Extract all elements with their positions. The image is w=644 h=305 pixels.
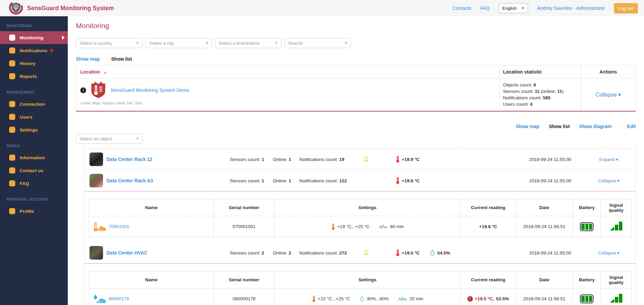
sensor-serial: 070001001 bbox=[214, 216, 275, 237]
brand-title: SensGuard Monitoring System bbox=[27, 5, 114, 12]
battery-icon bbox=[580, 222, 593, 231]
object-row-rack-a3: Data Center Rack A3 Sensors count: 1 Onl… bbox=[85, 170, 636, 191]
location-name-link[interactable]: SensGuard Monitoring System Demo bbox=[110, 87, 189, 93]
sidebar-item-monitoring[interactable]: Monitoring bbox=[0, 31, 68, 44]
show-map-link[interactable]: Show map bbox=[76, 56, 100, 62]
settings-icon bbox=[9, 127, 15, 133]
app-header: SensGuard Monitoring System Contacts FAQ… bbox=[0, 0, 644, 16]
object-collapse-link[interactable]: Collapse ▾ bbox=[587, 250, 631, 256]
sidebar-item-contact-us[interactable]: Contact us bbox=[0, 164, 68, 177]
col-battery: Battery bbox=[573, 271, 601, 288]
history-icon bbox=[9, 60, 15, 66]
location-address: Latvia, Riga, Ropazu street 140, Test bbox=[80, 101, 495, 105]
sidebar-item-notifications[interactable]: Notifications ✱ bbox=[0, 44, 68, 57]
sidebar-item-profile[interactable]: Profile bbox=[0, 205, 68, 218]
location-statistic-cell: Objects count: 6 Sensors count: 11 (onli… bbox=[499, 78, 581, 111]
sidebar-item-history[interactable]: History bbox=[0, 57, 68, 70]
object-thumbnail bbox=[89, 174, 103, 187]
object-name-link[interactable]: Data Center Rack A3 bbox=[106, 178, 230, 183]
show-list-link[interactable]: Show list bbox=[111, 56, 132, 62]
sidebar-item-users[interactable]: Users bbox=[0, 110, 68, 123]
contacts-link[interactable]: Contacts bbox=[452, 5, 471, 11]
sidebar-section-pages: PAGES bbox=[0, 136, 68, 151]
location-column-header[interactable]: Location bbox=[80, 69, 100, 75]
chevron-down-icon: ▼ bbox=[136, 41, 139, 45]
object-date: 2018-09-24 11:55:00 bbox=[529, 157, 587, 162]
thermometer-icon bbox=[396, 156, 400, 163]
object-expand-link[interactable]: Expand ▾ bbox=[587, 157, 631, 162]
sidebar-item-connection[interactable]: Connection bbox=[0, 98, 68, 110]
logout-button[interactable]: Log out bbox=[614, 3, 638, 14]
temperature-sensor-icon bbox=[93, 221, 106, 232]
profile-icon bbox=[9, 208, 15, 214]
brand-logo-icon bbox=[9, 1, 23, 15]
col-signal: Signal quality bbox=[601, 271, 631, 288]
objects-table: Data Center Rack 12 Sensors count: 1 Onl… bbox=[84, 148, 636, 305]
users-icon bbox=[9, 114, 15, 120]
sidebar-item-reports[interactable]: Reports bbox=[0, 70, 68, 83]
col-settings: Settings bbox=[275, 199, 461, 216]
object-name-link[interactable]: Data Center HVAC bbox=[106, 250, 230, 256]
thermometer-icon bbox=[331, 223, 335, 230]
sensor-current-reading: ! +19.5 °C, 53.5% bbox=[467, 296, 509, 302]
col-serial: Serial number bbox=[214, 199, 275, 216]
brandname-select[interactable]: Select a brandname ▼ bbox=[215, 38, 281, 48]
object-thumbnail bbox=[89, 246, 103, 260]
col-settings: Settings bbox=[275, 271, 461, 288]
sensor-table-wrap: Name Serial number Settings Current read… bbox=[85, 191, 636, 242]
bell-icon bbox=[363, 249, 370, 257]
col-serial: Serial number bbox=[214, 271, 275, 288]
col-date: Date bbox=[516, 271, 573, 288]
location-collapse-link[interactable]: Collapse ▾ bbox=[596, 92, 621, 98]
chevron-down-icon: ▼ bbox=[136, 137, 139, 140]
chevron-down-icon: ▼ bbox=[344, 41, 347, 45]
battery-icon bbox=[580, 294, 593, 303]
object-collapse-link[interactable]: Collapse ▾ bbox=[587, 178, 631, 183]
monitoring-icon bbox=[9, 35, 15, 41]
location-table: Location ▲ Location statistic Actions i bbox=[76, 65, 636, 112]
sort-asc-icon[interactable]: ▲ bbox=[104, 71, 107, 74]
sensor-name-link[interactable]: 80000178 bbox=[109, 296, 129, 301]
setting-interval: 60 min bbox=[390, 224, 404, 229]
location-statistic-column-header: Location statistic bbox=[503, 69, 542, 75]
sensor-date: 2018-09-24 11:56:51 bbox=[516, 216, 573, 237]
search-select[interactable]: Search ▼ bbox=[284, 38, 351, 48]
sidebar-item-information[interactable]: Information bbox=[0, 151, 68, 164]
setting-temp-range: +19 °C...+25 °C bbox=[337, 224, 369, 229]
object-view-controls: Show map Show list Show diagram Edit bbox=[76, 123, 636, 129]
col-date: Date bbox=[516, 199, 573, 216]
notifications-badge-icon: ✱ bbox=[50, 48, 54, 53]
info-icon[interactable]: i bbox=[80, 87, 86, 93]
city-select[interactable]: Select a city ▼ bbox=[145, 38, 212, 48]
sensor-table: Name Serial number Settings Current read… bbox=[89, 199, 631, 237]
thermometer-icon bbox=[312, 296, 316, 302]
reports-icon bbox=[9, 73, 15, 79]
country-select[interactable]: Select a country ▼ bbox=[76, 38, 142, 48]
sidebar-item-faq[interactable]: FAQ bbox=[0, 177, 68, 190]
chevron-down-icon: ▼ bbox=[205, 41, 208, 45]
sensor-name-link[interactable]: 70001001 bbox=[109, 224, 129, 229]
objects-show-list-link[interactable]: Show list bbox=[549, 124, 569, 129]
language-value: English bbox=[502, 6, 517, 11]
view-toggle: Show map Show list bbox=[76, 56, 636, 62]
col-signal: Signal quality bbox=[601, 199, 631, 216]
object-select[interactable]: Select an object ▼ bbox=[76, 134, 142, 144]
droplet-icon bbox=[360, 296, 364, 302]
user-profile-link[interactable]: Andrey Gavrilov - Administrator bbox=[537, 5, 605, 11]
objects-show-map-link[interactable]: Show map bbox=[516, 124, 539, 129]
objects-show-diagram-link[interactable]: Show diagram bbox=[579, 124, 612, 129]
col-name: Name bbox=[89, 199, 214, 216]
alert-icon: ! bbox=[467, 296, 473, 302]
sidebar-section-management: MANAGEMENT bbox=[0, 83, 68, 98]
bell-icon bbox=[363, 156, 370, 163]
object-temperature: +19.6 °C bbox=[402, 178, 420, 183]
location-table-header: Location ▲ Location statistic Actions bbox=[76, 65, 636, 78]
object-name-link[interactable]: Data Center Rack 12 bbox=[106, 157, 230, 162]
faq-link[interactable]: FAQ bbox=[480, 5, 490, 11]
objects-edit-link[interactable]: Edit bbox=[627, 124, 636, 129]
object-row-hvac: Data Center HVAC Sensors count: 2 Online… bbox=[85, 242, 636, 264]
object-temperature: +19.9 °C bbox=[402, 157, 420, 162]
signal-quality-icon bbox=[610, 222, 622, 230]
sidebar-item-settings[interactable]: Settings bbox=[0, 123, 68, 136]
language-select[interactable]: English ▼ bbox=[499, 3, 528, 13]
